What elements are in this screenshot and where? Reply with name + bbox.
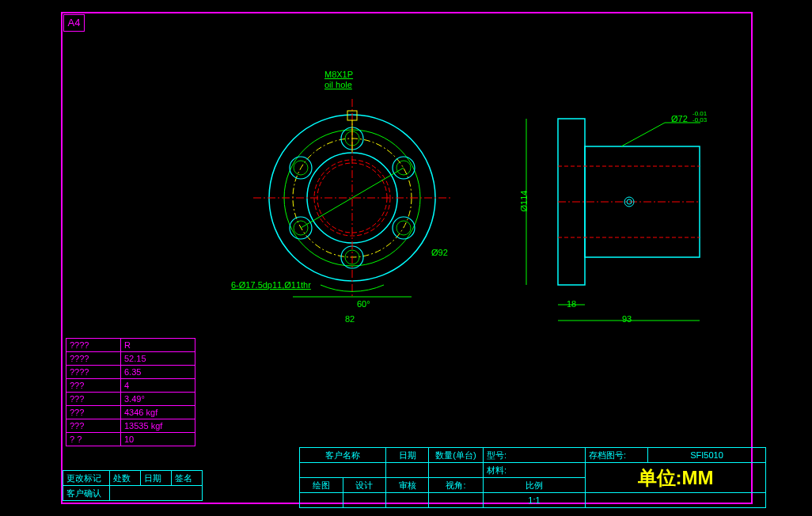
dim-pcd: 82 [345,314,355,324]
title-block: 客户名称 日期 数量(单台) 型号: 存档图号: SFI5010 材料:单位:M… [299,447,766,508]
dim-bcd: Ø92 [431,248,448,257]
side-view [510,103,732,324]
cad-canvas: A4 M8X1P oil hole 6-Ø17.5dp11,Ø11thr Ø92… [0,0,812,516]
dim-holes: 6-Ø17.5dp11,Ø11thr [231,280,311,290]
dim-length: 93 [622,314,632,324]
dim-oil: oil hole [324,80,352,89]
spec-table: ????R ????52.15 ????6.35 ???4 ???3.49° ?… [66,338,195,446]
sheet-size: A4 [63,14,85,32]
unit-label: 单位:MM [638,467,714,488]
svg-line-34 [621,123,665,146]
dim-tol: -0.01 -0.03 [692,111,707,123]
dim-flange: 18 [567,299,576,309]
dim-angle: 60° [357,299,370,309]
dim-od: Ø114 [519,191,529,212]
dim-thread: M8X1P [324,70,353,79]
dim-shaft: Ø72 [671,114,688,123]
revision-table: 更改标记处数日期签名 客户确认 [63,470,203,501]
